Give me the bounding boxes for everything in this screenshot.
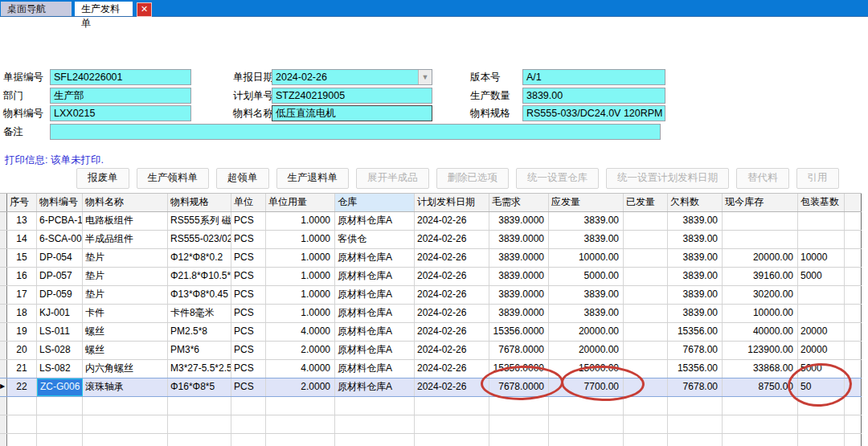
cell-should-issue[interactable]: 3839.00 bbox=[549, 212, 624, 230]
cell-gross-demand[interactable]: 7678.0000 bbox=[489, 378, 549, 396]
cell-gross-demand[interactable]: 15356.0000 bbox=[489, 360, 549, 378]
department-field[interactable]: 生产部 bbox=[50, 88, 191, 104]
cell-no[interactable]: 15 bbox=[7, 249, 37, 267]
empty-table-row[interactable] bbox=[0, 415, 862, 434]
cell-spec[interactable]: RS555-023/02 bbox=[168, 231, 231, 248]
cell-unit[interactable] bbox=[231, 415, 266, 433]
cell-no[interactable] bbox=[7, 415, 37, 433]
cell-material-name[interactable]: 垫片 bbox=[83, 249, 168, 267]
cell-plan-issue-date[interactable] bbox=[415, 415, 489, 433]
cell-no[interactable]: 16 bbox=[7, 268, 37, 285]
cell-material-name[interactable]: 垫片 bbox=[83, 286, 168, 304]
tab-desktop-navigation[interactable]: 桌面导航 bbox=[1, 2, 72, 16]
cell-pack-base[interactable] bbox=[798, 397, 845, 415]
cell-current-stock[interactable] bbox=[723, 415, 798, 433]
cell-spec[interactable] bbox=[168, 434, 231, 446]
plan-no-field[interactable]: STZ240219005 bbox=[272, 88, 432, 104]
cell-pack-base[interactable] bbox=[798, 231, 845, 248]
table-row[interactable]: 19LS-011螺丝PM2.5*8PCS4.0000原材料仓库A2024-02-… bbox=[0, 323, 862, 342]
cell-should-issue[interactable] bbox=[549, 415, 624, 433]
table-row[interactable]: ▶22ZC-G006滚珠轴承Φ16*Φ8*5PCS2.0000原材料仓库A202… bbox=[0, 378, 862, 397]
cell-warehouse[interactable]: 原材料仓库A bbox=[335, 323, 415, 341]
row-indicator[interactable] bbox=[0, 212, 7, 230]
cell-material-no[interactable]: LS-011 bbox=[37, 323, 83, 341]
cell-unit[interactable]: PCS bbox=[231, 305, 266, 322]
cell-shortage[interactable] bbox=[668, 415, 723, 433]
cell-no[interactable]: 13 bbox=[7, 212, 37, 230]
cell-issued[interactable] bbox=[624, 268, 668, 285]
cell-material-name[interactable]: 垫片 bbox=[83, 268, 168, 285]
cell-gross-demand[interactable]: 3839.0000 bbox=[489, 231, 549, 248]
table-row[interactable]: 17DP-059垫片Φ13*Φ8*0.45PCS1.0000原材料仓库A2024… bbox=[0, 286, 862, 305]
material-spec-field[interactable]: RS555-033/DC24.0V 120RPM bbox=[522, 105, 665, 121]
cell-should-issue[interactable]: 3839.00 bbox=[549, 305, 624, 322]
cell-spec[interactable] bbox=[168, 397, 231, 415]
cell-shortage[interactable]: 3839.00 bbox=[668, 305, 723, 322]
cell-warehouse[interactable]: 原材料仓库A bbox=[335, 378, 415, 396]
cell-unit[interactable]: PCS bbox=[231, 231, 266, 248]
cell-current-stock[interactable]: 123900.00 bbox=[723, 342, 798, 359]
production-return-button[interactable]: 生产退料单 bbox=[276, 168, 350, 189]
cell-material-no[interactable]: DP-057 bbox=[37, 268, 83, 285]
cell-issued[interactable] bbox=[624, 397, 668, 415]
cell-unit-usage[interactable]: 1.0000 bbox=[266, 305, 335, 322]
cell-issued[interactable] bbox=[624, 434, 668, 446]
cell-shortage[interactable]: 3839.00 bbox=[668, 268, 723, 285]
cell-unit[interactable]: PCS bbox=[231, 342, 266, 359]
cell-pack-base[interactable]: 20000 bbox=[798, 342, 845, 359]
cell-warehouse[interactable]: 原材料仓库A bbox=[335, 212, 415, 230]
cell-current-stock[interactable]: 8750.00 bbox=[723, 378, 798, 396]
cell-should-issue[interactable]: 10000.00 bbox=[549, 249, 624, 267]
cell-should-issue[interactable] bbox=[549, 397, 624, 415]
cell-no[interactable] bbox=[7, 397, 37, 415]
cell-pack-base[interactable] bbox=[798, 415, 845, 433]
cell-no[interactable]: 22 bbox=[7, 378, 37, 396]
cell-unit-usage[interactable]: 4.0000 bbox=[266, 360, 335, 378]
cell-material-no[interactable]: ZC-G006 bbox=[37, 378, 83, 396]
cell-material-name[interactable] bbox=[83, 397, 168, 415]
cell-gross-demand[interactable] bbox=[489, 415, 549, 433]
production-picking-button[interactable]: 生产领料单 bbox=[137, 168, 210, 189]
cell-spec[interactable]: 卡件8毫米 bbox=[168, 305, 231, 322]
cell-material-no[interactable]: DP-054 bbox=[37, 249, 83, 267]
material-name-field[interactable]: 低压直流电机 bbox=[272, 105, 432, 121]
cell-gross-demand[interactable] bbox=[489, 397, 549, 415]
cell-filler[interactable] bbox=[845, 342, 862, 359]
cell-gross-demand[interactable]: 3839.0000 bbox=[489, 305, 549, 322]
cell-issued[interactable] bbox=[624, 342, 668, 359]
cell-current-stock[interactable]: 39160.00 bbox=[723, 268, 798, 285]
cell-issued[interactable] bbox=[624, 323, 668, 341]
cell-plan-issue-date[interactable]: 2024-02-26 bbox=[415, 378, 489, 396]
close-tab-icon[interactable]: ✕ bbox=[137, 2, 152, 17]
cell-unit-usage[interactable]: 1.0000 bbox=[266, 249, 335, 267]
doc-no-field[interactable]: SFL240226001 bbox=[50, 69, 191, 85]
table-row[interactable]: 136-PCBA-12电路板组件RS555系列 磁PCS1.0000原材料仓库A… bbox=[0, 212, 862, 231]
over-picking-button[interactable]: 超领单 bbox=[216, 168, 269, 189]
cell-shortage[interactable]: 3839.00 bbox=[668, 212, 723, 230]
cell-filler[interactable] bbox=[845, 434, 862, 446]
row-indicator[interactable] bbox=[0, 231, 7, 248]
cell-unit-usage[interactable]: 2.0000 bbox=[266, 342, 335, 359]
cell-filler[interactable] bbox=[845, 378, 862, 396]
cell-filler[interactable] bbox=[845, 323, 862, 341]
cell-material-no[interactable]: KJ-001 bbox=[37, 305, 83, 322]
cell-issued[interactable] bbox=[624, 305, 668, 322]
cell-issued[interactable] bbox=[624, 212, 668, 230]
cell-material-name[interactable]: 内六角螺丝 bbox=[83, 360, 168, 378]
cell-unit[interactable]: PCS bbox=[231, 286, 266, 304]
cell-should-issue[interactable]: 5000.00 bbox=[549, 268, 624, 285]
cell-filler[interactable] bbox=[845, 212, 862, 230]
prod-qty-field[interactable]: 3839.00 bbox=[522, 88, 665, 104]
cell-spec[interactable]: Φ12*Φ8*0.2 bbox=[168, 249, 231, 267]
cell-pack-base[interactable]: 10000 bbox=[798, 249, 845, 267]
cell-warehouse[interactable]: 原材料仓库A bbox=[335, 268, 415, 285]
cell-material-name[interactable] bbox=[83, 434, 168, 446]
cell-unit[interactable]: PCS bbox=[231, 268, 266, 285]
cell-spec[interactable]: Φ16*Φ8*5 bbox=[168, 378, 231, 396]
cell-spec[interactable] bbox=[168, 415, 231, 433]
cell-plan-issue-date[interactable]: 2024-02-26 bbox=[415, 305, 489, 322]
cell-material-name[interactable]: 滚珠轴承 bbox=[83, 378, 168, 396]
table-row[interactable]: 21LS-082内六角螺丝M3*27-5.5*2.5PCS4.0000原材料仓库… bbox=[0, 360, 862, 378]
cell-no[interactable]: 18 bbox=[7, 305, 37, 322]
cell-unit-usage[interactable]: 2.0000 bbox=[266, 378, 335, 396]
